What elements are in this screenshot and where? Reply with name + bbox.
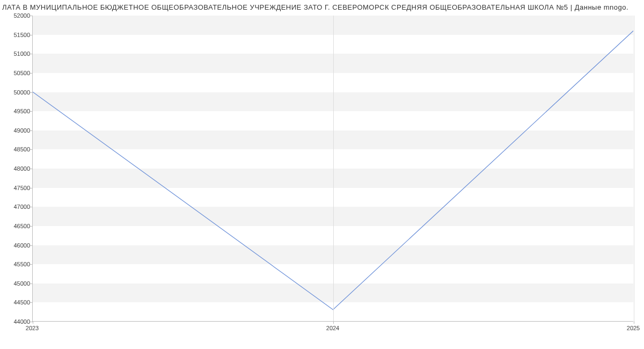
y-axis-tick-mark [30,207,33,207]
y-axis-tick-label: 51000 [9,50,30,57]
y-axis-tick-label: 46000 [9,242,30,249]
x-axis-tick-label: 2023 [26,325,39,331]
chart-container: 4400044500450004550046000465004700047500… [5,16,639,338]
x-axis-tick-mark [634,321,634,324]
y-axis-tick-label: 45500 [9,261,30,267]
y-axis-tick-mark [30,188,33,188]
y-axis-tick-mark [30,16,33,16]
grid-line-vertical [333,16,334,321]
y-axis-tick-label: 48000 [9,165,30,172]
y-axis-tick-label: 48500 [9,146,30,152]
y-axis-tick-label: 50000 [9,89,30,96]
y-axis-tick-mark [30,169,33,169]
x-axis-tick-label: 2025 [627,325,640,331]
y-axis-tick-label: 50500 [9,70,30,76]
y-axis-tick-label: 44500 [9,299,30,306]
y-axis-tick-mark [30,54,33,54]
y-axis-tick-label: 46500 [9,223,30,229]
x-axis-tick-mark [333,321,334,324]
y-axis-tick-label: 47000 [9,203,30,210]
y-axis-tick-mark [30,245,33,246]
x-axis-tick-mark [33,321,33,324]
y-axis-tick-label: 47500 [9,185,30,191]
y-axis-tick-mark [30,35,33,35]
x-axis-tick-label: 2024 [326,325,339,331]
y-axis-tick-label: 45000 [9,280,30,287]
y-axis-tick-label: 52000 [9,12,30,19]
plot-area [32,16,633,322]
y-axis-tick-mark [30,264,33,265]
y-axis-tick-label: 49500 [9,108,30,114]
y-axis-tick-mark [30,283,33,284]
y-axis-tick-label: 51500 [9,32,30,38]
y-axis-tick-mark [30,149,33,150]
y-axis-tick-mark [30,226,33,227]
y-axis-tick-label: 49000 [9,127,30,134]
chart-title: ЛАТА В МУНИЦИПАЛЬНОЕ БЮДЖЕТНОЕ ОБЩЕОБРАЗ… [0,0,644,11]
grid-line-vertical [634,16,634,321]
y-axis-tick-mark [30,111,33,112]
y-axis-tick-mark [30,73,33,74]
y-axis-tick-label: 44000 [9,318,30,325]
y-axis-tick-mark [30,302,33,303]
y-axis-tick-mark [30,130,33,131]
y-axis-tick-mark [30,92,33,93]
